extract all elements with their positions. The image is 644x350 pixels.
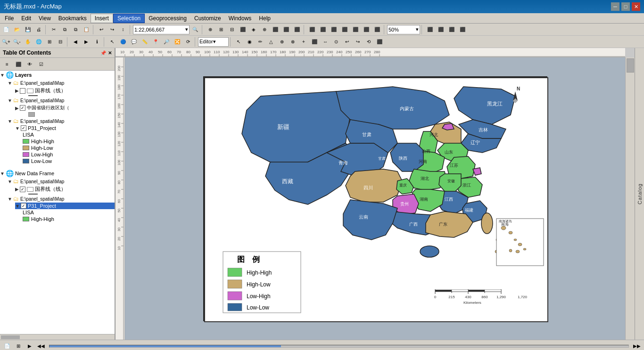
play-btn[interactable]: ▶: [25, 341, 35, 350]
redo-button[interactable]: ↪: [107, 24, 117, 35]
layer4-sub-item[interactable]: ▶ 国界线（线）: [15, 185, 115, 193]
copy2-button[interactable]: ⧉: [70, 24, 81, 35]
toc-pin-button[interactable]: 📌: [100, 50, 106, 56]
tool9[interactable]: ⬛: [292, 24, 302, 35]
edit-tool4[interactable]: ⊕: [277, 37, 287, 47]
back-btn[interactable]: ◀: [70, 37, 81, 47]
tool10[interactable]: ⬛: [307, 24, 317, 35]
extent-btn[interactable]: ⊞: [44, 37, 55, 47]
close-button[interactable]: ✕: [632, 2, 640, 11]
tool14[interactable]: ⬛: [350, 24, 361, 35]
low-high-item[interactable]: Low-High: [23, 151, 115, 158]
print-button[interactable]: 🖨: [33, 24, 44, 35]
find-btn[interactable]: 🔎: [161, 37, 172, 47]
menu-edit[interactable]: Edit: [17, 14, 35, 23]
extent2-btn[interactable]: ⊟: [55, 37, 66, 47]
route2-btn[interactable]: ⟳: [183, 37, 193, 47]
layer3-checkbox[interactable]: [21, 125, 26, 131]
cut-button[interactable]: ✂: [49, 24, 59, 35]
catalog-panel[interactable]: Catalog: [635, 48, 644, 340]
tool1[interactable]: ⊕: [205, 24, 215, 35]
tool6[interactable]: ⊕: [259, 24, 270, 35]
go-btn[interactable]: 📍: [150, 37, 161, 47]
toc-vis-btn[interactable]: 👁: [25, 59, 35, 69]
menu-selection[interactable]: Selection: [113, 14, 145, 23]
copy-button[interactable]: ⧉: [59, 24, 70, 35]
layer1-group[interactable]: ▼ 🗂 E:\panel_spatial\Map: [8, 79, 115, 87]
layer4-group[interactable]: ▼ 🗂 E:\panel_spatial\Map: [8, 178, 115, 185]
edit-tool11[interactable]: ↪: [353, 37, 363, 47]
toc-select-btn[interactable]: ☑: [36, 59, 46, 69]
undo-button[interactable]: ↩: [96, 24, 107, 35]
tool3[interactable]: ⊟: [227, 24, 237, 35]
tool13[interactable]: ⬛: [339, 24, 350, 35]
edit-tool8[interactable]: ↔: [320, 37, 330, 47]
edit-tool12[interactable]: ⟲: [363, 37, 374, 47]
tool7[interactable]: ⬛: [270, 24, 281, 35]
tool19[interactable]: ⬛: [446, 24, 457, 35]
tool11[interactable]: ⬛: [318, 24, 328, 35]
layer4-checkbox[interactable]: [20, 187, 25, 192]
new-button[interactable]: 📄: [1, 24, 11, 35]
maximize-button[interactable]: □: [621, 2, 630, 11]
pan-btn[interactable]: ✋: [23, 37, 33, 47]
markup-btn[interactable]: 💬: [129, 37, 139, 47]
toc-bottom-scrollbar[interactable]: [0, 334, 115, 340]
tool20[interactable]: ⬛: [457, 24, 468, 35]
zoom-out-btn[interactable]: 🔍-: [12, 37, 22, 47]
identify-btn[interactable]: ℹ: [92, 37, 102, 47]
toc-source-btn[interactable]: ⬛: [13, 59, 24, 69]
menu-insert[interactable]: Insert: [91, 14, 113, 23]
scale-zoom[interactable]: 🔍: [190, 24, 200, 35]
new-data-frame-group[interactable]: ▼ 🌐 New Data Frame: [0, 169, 115, 178]
arrow-button[interactable]: ↕: [118, 24, 128, 35]
zoom-in-btn[interactable]: 🔍+: [1, 37, 11, 47]
menu-windows[interactable]: Windows: [225, 14, 256, 23]
globe-btn[interactable]: 🌐: [33, 37, 44, 47]
select-btn[interactable]: ↖: [107, 37, 117, 47]
tool15[interactable]: ⬛: [361, 24, 372, 35]
edit-tool5[interactable]: ⊗: [288, 37, 298, 47]
low-low-item[interactable]: Low-Low: [23, 158, 115, 164]
tool17[interactable]: ⬛: [425, 24, 435, 35]
map-vscrollbar[interactable]: [625, 57, 635, 340]
edit-tool2[interactable]: ✏: [255, 37, 265, 47]
layer2-checkbox[interactable]: [20, 105, 25, 111]
layer2-sub-item[interactable]: ▶ 中国省级行政区划（: [15, 104, 115, 112]
layer5-group[interactable]: ▼ 🗂 E:\panel_spatial\Map: [8, 195, 115, 203]
edit-tool7[interactable]: ⬛: [309, 37, 320, 47]
layer5-checkbox[interactable]: [21, 203, 26, 209]
layers-group[interactable]: ▼ 🌐 Layers: [0, 71, 115, 79]
high-high-item[interactable]: High-High: [23, 138, 115, 145]
fwd-btn[interactable]: ▶: [81, 37, 91, 47]
tool18[interactable]: ⬛: [436, 24, 446, 35]
paste-button[interactable]: 📋: [81, 24, 91, 35]
menu-customize[interactable]: Customize: [190, 14, 225, 23]
open-button[interactable]: 📂: [12, 24, 22, 35]
layer5-sub-item[interactable]: ▼ P31_Project: [15, 203, 115, 209]
edit-tool6[interactable]: +: [298, 37, 309, 47]
edit-select-btn[interactable]: ↖: [233, 37, 244, 47]
layer3-sub-item[interactable]: ▼ P31_Project: [15, 125, 115, 131]
menu-view[interactable]: View: [35, 14, 55, 23]
tool8[interactable]: ⬛: [281, 24, 291, 35]
prev-btn[interactable]: ◀◀: [36, 341, 46, 350]
save-button[interactable]: 💾: [23, 24, 33, 35]
layer2-group[interactable]: ▼ 🗂 E:\panel_spatial\Map: [8, 97, 115, 104]
layer3-group[interactable]: ▼ 🗂 E:\panel_spatial\Map: [8, 117, 115, 125]
route-btn[interactable]: 🔀: [172, 37, 182, 47]
menu-file[interactable]: File: [1, 14, 17, 23]
layer1-checkbox[interactable]: [20, 88, 25, 94]
tool5[interactable]: ◈: [248, 24, 259, 35]
next-btn[interactable]: ▶▶: [632, 341, 642, 350]
edit-tool3[interactable]: △: [266, 37, 276, 47]
menu-help[interactable]: Help: [255, 14, 274, 23]
layout-btn[interactable]: 📄: [2, 341, 12, 350]
edit-tool10[interactable]: ↩: [342, 37, 352, 47]
menu-bookmarks[interactable]: Bookmarks: [55, 14, 91, 23]
layer1-sub-item[interactable]: ▶ 国界线（线）: [15, 87, 115, 95]
data-view-btn[interactable]: ⊞: [13, 341, 24, 350]
edit-tool13[interactable]: ⬛: [374, 37, 385, 47]
high-high2-item[interactable]: High-High: [23, 216, 115, 222]
map-canvas[interactable]: 南海 新疆 西藏 青海 内蒙古 甘肃 黑龙江 吉林 辽宁 河北 山西 山东 河南…: [125, 57, 625, 340]
